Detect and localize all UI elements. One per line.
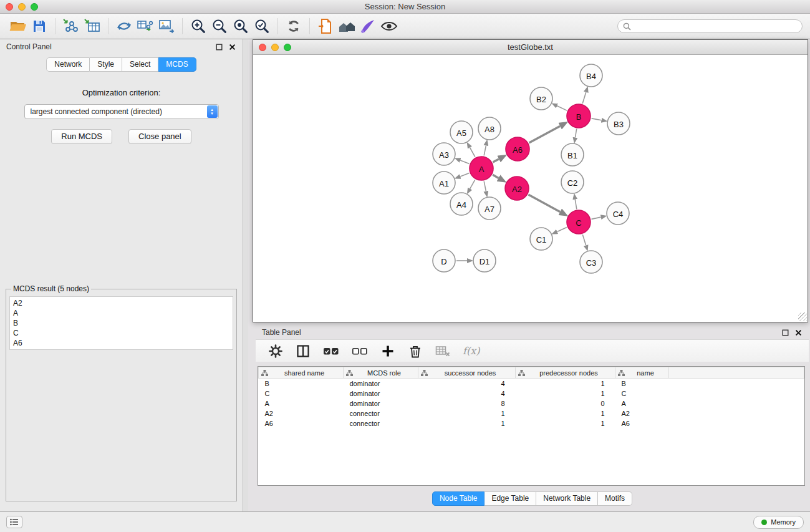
graph-node-C[interactable]: C [567,210,591,234]
cell-successor-nodes[interactable]: 4 [418,389,516,399]
graph-node-A4[interactable]: A4 [450,193,473,215]
graph-node-C3[interactable]: C3 [580,251,602,273]
column-header-name[interactable]: name [615,367,669,379]
graph-edge-A-A8[interactable] [484,145,486,155]
run-mcds-button[interactable]: Run MCDS [51,129,112,144]
cell-mcds-role[interactable]: dominator [344,389,418,399]
cell-shared-name[interactable]: B [259,379,344,389]
graph-node-A7[interactable]: A7 [478,197,501,220]
cell-predecessor-nodes[interactable]: 1 [516,389,615,399]
cell-predecessor-nodes[interactable]: 1 [516,409,615,418]
graph-node-A1[interactable]: A1 [433,172,455,194]
close-window-button[interactable] [6,3,13,11]
cell-mcds-role[interactable]: dominator [344,379,418,389]
graph-edge-A-A5[interactable] [470,148,475,157]
graph-node-D1[interactable]: D1 [473,249,496,272]
refresh-button[interactable] [283,16,304,36]
graph-edge-B-B1[interactable] [576,129,577,138]
graph-edge-A-A4[interactable] [470,180,475,188]
close-table-panel-button[interactable] [794,329,803,337]
show-hide-button[interactable] [378,16,400,36]
cell-shared-name[interactable]: A2 [259,409,344,418]
graph-node-C4[interactable]: C4 [607,202,629,225]
close-control-panel-button[interactable] [228,43,236,51]
window-resize-grip[interactable] [798,312,807,321]
import-table-from-file-button[interactable] [82,16,103,36]
table-settings-button[interactable] [268,343,283,359]
column-header-mcds-role[interactable]: MCDS role [344,367,418,379]
open-file-button[interactable] [7,16,29,36]
network-graph[interactable]: B4B2BB3A5A8A6A3B1AA1C2A2A4A7C4CC1C3DD1 [253,55,808,322]
float-table-panel-button[interactable] [781,329,789,337]
table-row[interactable]: Cdominator41C [259,389,804,399]
float-control-panel-button[interactable] [215,43,223,51]
network-window-titlebar[interactable]: testGlobe.txt [253,40,808,55]
cell-successor-nodes[interactable]: 1 [418,418,516,428]
graph-node-D[interactable]: D [433,249,455,272]
graph-node-A6[interactable]: A6 [506,137,529,161]
zoom-window-button[interactable] [31,3,38,11]
zoom-selected-button[interactable] [251,16,272,36]
cell-successor-nodes[interactable]: 8 [418,399,516,409]
new-network-from-table-button[interactable] [135,16,156,36]
graph-edge-C-C4[interactable] [592,217,601,219]
deselect-all-button[interactable] [352,343,368,359]
minimize-window-button[interactable] [18,3,26,11]
graph-edge-B-B2[interactable] [557,106,567,110]
graph-node-C1[interactable]: C1 [530,228,552,250]
column-header-predecessor-nodes[interactable]: predecessor nodes [516,367,615,379]
cell-name[interactable]: A [615,399,669,409]
zoom-fit-button[interactable] [230,16,251,36]
table-row[interactable]: A2connector11A2 [259,409,804,418]
graph-node-C2[interactable]: C2 [561,171,584,193]
network-minimize-button[interactable] [271,44,279,51]
result-item[interactable]: A2 [13,298,229,308]
table-row[interactable]: Adominator80A [259,399,804,409]
search-field[interactable] [617,19,803,33]
result-item[interactable]: A [13,308,229,318]
cell-mcds-role[interactable]: connector [344,409,418,418]
graph-node-A5[interactable]: A5 [450,121,473,143]
cell-mcds-role[interactable]: dominator [344,399,418,409]
graph-edge-A6-B[interactable] [529,126,561,143]
cell-name[interactable]: A6 [615,418,669,428]
result-item[interactable]: B [13,318,229,328]
tab-select[interactable]: Select [122,57,158,72]
select-all-button[interactable] [323,343,339,359]
graph-edge-A-A6[interactable] [493,159,499,162]
search-input[interactable] [634,22,797,31]
tab-motifs[interactable]: Motifs [598,491,632,506]
network-zoom-button[interactable] [284,44,291,51]
export-image-button[interactable] [156,16,177,36]
task-history-button[interactable] [6,516,22,528]
cell-name[interactable]: B [615,379,669,389]
column-header-shared-name[interactable]: shared name [259,367,344,379]
panel-splitter[interactable] [243,39,248,511]
cell-predecessor-nodes[interactable]: 0 [516,399,615,409]
graph-edge-B-B3[interactable] [592,118,602,120]
graph-node-B1[interactable]: B1 [561,143,584,166]
open-session-from-file-button[interactable] [315,16,336,36]
import-network-from-file-button[interactable] [60,16,82,36]
cell-predecessor-nodes[interactable]: 1 [516,379,615,389]
graph-edge-A-A1[interactable] [460,173,469,177]
home-button[interactable] [336,16,357,36]
graph-edge-C-C3[interactable] [582,235,586,245]
graph-node-A[interactable]: A [470,157,493,180]
toggle-columns-button[interactable] [296,343,311,359]
cell-predecessor-nodes[interactable]: 1 [516,418,615,428]
tab-style[interactable]: Style [90,57,122,72]
graph-edge-B-B4[interactable] [582,92,586,104]
tab-network[interactable]: Network [46,57,90,72]
graph-node-A3[interactable]: A3 [433,143,455,165]
table-row[interactable]: A6connector11A6 [259,418,804,428]
memory-button[interactable]: Memory [753,516,804,529]
graph-edge-A2-C[interactable] [528,195,560,212]
mcds-result-list[interactable]: A2ABCA6 [9,296,233,350]
graph-node-A8[interactable]: A8 [478,117,501,140]
cell-shared-name[interactable]: A6 [259,418,344,428]
zoom-in-button[interactable] [188,16,209,36]
add-row-button[interactable] [380,343,395,359]
graph-edge-A-A2[interactable] [493,175,498,178]
result-item[interactable]: C [13,328,229,338]
